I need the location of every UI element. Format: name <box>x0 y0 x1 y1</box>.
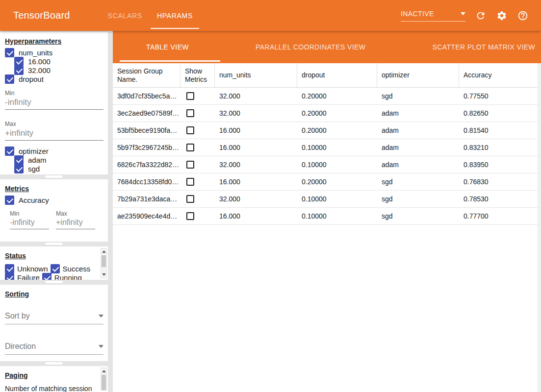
adam-checkbox[interactable] <box>14 155 24 165</box>
tab-scatter-plot-matrix-view[interactable]: SCATTER PLOT MATRIX VIEW <box>399 31 541 63</box>
show-metrics-checkbox[interactable] <box>186 161 194 169</box>
tab-parallel-coordinates-view[interactable]: PARALLEL COORDINATES VIEW <box>222 31 399 63</box>
num-units-label: num_units <box>19 49 52 57</box>
settings-button[interactable] <box>496 10 508 22</box>
num-units-checkbox[interactable] <box>5 48 14 57</box>
table-row: 3ec2aed9e07589f… 32.000 0.20000 adam 0.8… <box>113 105 538 122</box>
optimizer-checkbox[interactable] <box>5 147 14 156</box>
show-metrics-checkbox[interactable] <box>186 212 194 220</box>
optimizer-cell: sgd <box>377 208 459 224</box>
optimizer-cell: sgd <box>377 173 459 190</box>
status-selector[interactable]: INACTIVE <box>401 10 465 22</box>
value-32-checkbox[interactable] <box>14 66 24 75</box>
optimizer-cell: adam <box>377 139 459 156</box>
sort-by-select[interactable]: Sort by <box>5 312 103 324</box>
show-metrics-checkbox[interactable] <box>186 178 194 186</box>
accuracy-cell: 0.83210 <box>459 139 538 156</box>
sgd-checkbox[interactable] <box>14 164 24 173</box>
resize-handle[interactable] <box>45 362 63 365</box>
panel-gap <box>0 242 108 246</box>
scrollbar-thumb[interactable] <box>102 375 106 390</box>
direction-select[interactable]: Direction <box>5 342 103 355</box>
scrollbar-thumb[interactable] <box>102 255 106 267</box>
optimizer-cell: sgd <box>377 191 459 207</box>
unknown-label: Unknown <box>17 265 48 273</box>
col-num-units: num_units <box>215 63 297 87</box>
resize-handle[interactable] <box>45 243 63 245</box>
panel-gap <box>0 174 108 179</box>
paging-scrollbar[interactable] <box>101 368 107 391</box>
resize-handle[interactable] <box>45 281 63 283</box>
view-tabs: TABLE VIEW PARALLEL COORDINATES VIEW SCA… <box>113 31 541 63</box>
tab-scalars[interactable]: SCALARS <box>101 0 150 31</box>
scroll-up-icon <box>102 250 106 253</box>
plugin-tabs: SCALARS HPARAMS <box>101 0 200 31</box>
dropout-max-input[interactable] <box>5 127 103 141</box>
show-metrics-cell <box>180 139 215 156</box>
hyperparameters-panel: Hyperparameters num_units 16.000 32.000 … <box>0 32 108 174</box>
show-metrics-checkbox[interactable] <box>186 126 194 134</box>
gear-icon <box>496 10 507 21</box>
success-checkbox[interactable] <box>51 264 60 273</box>
tab-hparams[interactable]: HPARAMS <box>150 0 200 31</box>
status-scrollbar[interactable] <box>101 248 107 278</box>
help-button[interactable] <box>517 10 529 22</box>
table-row: 7684dcc13358fd0… 16.000 0.20000 sgd 0.76… <box>113 173 538 191</box>
sorting-title: Sorting <box>5 285 103 298</box>
table-row: 5b97f3c2967245b… 16.000 0.10000 adam 0.8… <box>113 139 538 156</box>
metric-min-input[interactable] <box>10 217 49 229</box>
accuracy-label: Accuracy <box>19 196 49 204</box>
metric-min-label: Min <box>10 210 56 217</box>
num-units-cell: 16.000 <box>215 173 297 190</box>
sort-by-value: Sort by <box>5 312 30 320</box>
dropout-cell: 0.10000 <box>297 139 377 156</box>
resize-handle[interactable] <box>45 175 63 178</box>
col-dropout: dropout <box>297 63 377 87</box>
running-checkbox[interactable] <box>42 273 52 280</box>
session-group-name: 7b29a731e3daca… <box>113 191 180 207</box>
dropout-cell: 0.10000 <box>297 191 377 207</box>
show-metrics-checkbox[interactable] <box>186 92 194 100</box>
session-group-name: 3ec2aed9e07589f… <box>113 105 180 122</box>
chevron-down-icon <box>461 12 465 15</box>
show-metrics-cell <box>180 156 215 173</box>
session-group-name: 3df0d7cf35bec5a… <box>113 88 180 104</box>
value-32-label: 32.000 <box>28 66 51 74</box>
session-group-name: ae235909ec4e4d… <box>113 208 180 224</box>
num-units-cell: 16.000 <box>215 122 297 139</box>
optimizer-label: optimizer <box>19 147 49 155</box>
help-icon <box>517 10 528 21</box>
dropout-checkbox[interactable] <box>5 74 14 84</box>
num-units-cell: 32.000 <box>215 88 297 104</box>
show-metrics-checkbox[interactable] <box>186 144 194 151</box>
failure-checkbox[interactable] <box>5 273 14 280</box>
metric-max-input[interactable] <box>56 217 95 229</box>
col-accuracy: Accuracy <box>459 63 538 87</box>
show-metrics-checkbox[interactable] <box>186 109 194 117</box>
num-units-value-16: 16.000 <box>14 57 103 66</box>
refresh-button[interactable] <box>475 10 487 22</box>
unknown-checkbox[interactable] <box>5 264 14 273</box>
num-units-cell: 16.000 <box>215 208 297 224</box>
status-selector-value: INACTIVE <box>401 10 434 18</box>
tab-table-view[interactable]: TABLE VIEW <box>113 31 222 63</box>
optimizer-cell: adam <box>377 105 459 122</box>
status-panel: Status Unknown Success Failure <box>0 246 108 280</box>
accuracy-checkbox[interactable] <box>5 196 14 205</box>
status-unknown: Unknown <box>5 264 51 273</box>
show-metrics-cell <box>180 191 215 207</box>
dropout-min-input[interactable] <box>5 97 103 110</box>
chevron-down-icon <box>99 315 103 318</box>
show-metrics-checkbox[interactable] <box>186 195 194 203</box>
running-label: Running <box>54 273 82 280</box>
failure-label: Failure <box>17 273 40 280</box>
table-row: 7b29a731e3daca… 32.000 0.10000 sgd 0.785… <box>113 191 538 208</box>
metric-max-label: Max <box>56 210 102 217</box>
accuracy-cell: 0.76830 <box>459 173 538 190</box>
dropout-max-label: Max <box>5 121 103 127</box>
value-16-checkbox[interactable] <box>14 57 24 66</box>
matching-groups-count: Number of matching session groups: 8 <box>5 384 94 392</box>
show-metrics-cell <box>180 122 215 139</box>
main-area: TABLE VIEW PARALLEL COORDINATES VIEW SCA… <box>113 31 541 392</box>
show-metrics-cell <box>180 88 215 104</box>
